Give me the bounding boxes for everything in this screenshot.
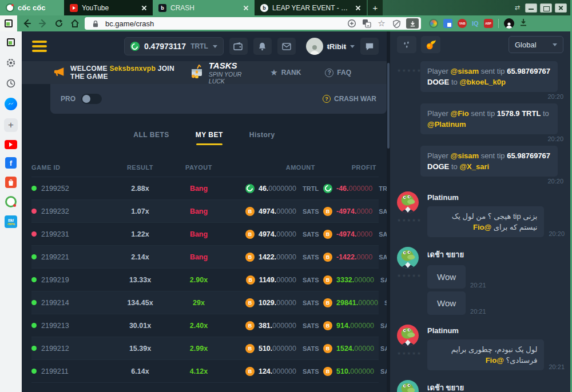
user-account-menu[interactable]: ŧRibiŧ <box>306 38 355 55</box>
chat-mention[interactable]: @bkoeL_k0p <box>459 78 506 86</box>
tab-leap-year-event[interactable]: b LEAP YEAR EVENT - ☐Event - <box>255 0 367 15</box>
chat-bubble: Wow <box>427 291 466 315</box>
chat-username[interactable]: Platinum <box>427 325 565 335</box>
tab-youtube[interactable]: YouTube <box>64 0 153 15</box>
page-scrollbar[interactable] <box>387 31 390 392</box>
chat-channel-select[interactable]: Global <box>509 36 563 53</box>
amount-faded: 000000 <box>272 345 296 353</box>
amount-faded: 00000 <box>276 230 296 238</box>
pro-mode-toggle[interactable] <box>81 94 102 104</box>
adblock-shield-icon[interactable] <box>391 18 402 29</box>
coccoc-shortcut-icon[interactable] <box>5 196 17 207</box>
close-tab-icon[interactable] <box>140 4 148 12</box>
chat-mention[interactable]: @Fio <box>450 109 468 118</box>
back-button[interactable] <box>21 17 33 30</box>
amount-currency: SATS <box>303 231 323 238</box>
messenger-icon[interactable] <box>5 98 17 110</box>
coin-icon <box>323 321 332 330</box>
tab-all-bets[interactable]: ALL BETS <box>133 131 169 145</box>
chat-mention[interactable]: @sisam <box>450 151 479 160</box>
extension-yab-icon[interactable]: YAB <box>458 19 467 28</box>
close-tab-icon[interactable] <box>242 4 250 12</box>
close-tab-icon[interactable] <box>354 4 362 12</box>
avatar[interactable] <box>397 380 419 392</box>
facebook-shortcut-icon[interactable]: f <box>5 157 17 169</box>
game-panel-footer: PRO ? CRASH WAR <box>50 84 387 114</box>
downloads-tray-icon[interactable] <box>519 18 527 29</box>
lock-icon[interactable] <box>90 18 101 29</box>
bcgame-favicon: b <box>158 4 166 12</box>
chat-mention[interactable]: @Platinum <box>427 120 466 129</box>
maximize-button[interactable] <box>540 3 552 13</box>
coin-rain-button[interactable] <box>397 36 416 53</box>
window-pin-icon[interactable]: ⇄ <box>515 4 520 11</box>
menu-hamburger-button[interactable] <box>32 41 47 52</box>
crash-war-link[interactable]: ? CRASH WAR <box>323 95 376 103</box>
new-tab-button[interactable]: + <box>368 0 383 15</box>
faq-link[interactable]: ? FAQ <box>325 69 351 77</box>
close-window-button[interactable] <box>555 3 567 13</box>
messages-mail-button[interactable] <box>277 38 296 55</box>
bookmark-star-icon[interactable]: ☆ <box>376 18 387 29</box>
scrollbar-thumb[interactable] <box>387 63 390 149</box>
col-game-id: GAME ID <box>31 164 114 171</box>
reload-button[interactable] <box>53 17 65 30</box>
browser-logo[interactable]: cốc cốc <box>0 0 64 15</box>
zoom-page-icon[interactable] <box>347 18 357 29</box>
amount-cell: 1422.00000 SATS <box>232 253 323 262</box>
minimize-button[interactable] <box>525 3 537 13</box>
tab-crash-active[interactable]: b CRASH <box>153 0 255 15</box>
chat-mention[interactable]: @Fio <box>486 356 504 365</box>
settings-gear-icon[interactable] <box>5 57 17 69</box>
table-row: 2199211 6.14x 4.12x 124.000000 SATS 510.… <box>31 360 379 383</box>
avatar[interactable] <box>397 325 419 346</box>
chat-mention[interactable]: @Fio <box>473 223 491 231</box>
rank-link[interactable]: ★ RANK <box>270 67 301 78</box>
avatar[interactable] <box>397 247 419 269</box>
welcome-username[interactable]: Seksbsnxvpb <box>109 65 156 73</box>
tiki-shortcut-icon[interactable]: tiki -50% <box>5 215 17 228</box>
chat-toggle-button[interactable] <box>360 38 379 55</box>
fireball-button[interactable] <box>421 36 440 53</box>
notifications-bell-button[interactable] <box>253 38 272 55</box>
wallet-button[interactable] <box>229 38 248 55</box>
balance-selector[interactable]: 0.47973117 TRTL <box>124 37 224 55</box>
bets-tabs: ALL BETS MY BET History <box>22 131 387 145</box>
workspace-icon[interactable] <box>5 36 17 49</box>
tab-history[interactable]: History <box>249 131 275 145</box>
address-bar[interactable]: bc.game/crash ☆ <box>85 17 421 30</box>
tip-bubble: Player @Fio sent tip 1578.9 TRTL to @Pla… <box>420 103 558 134</box>
extension-iq-icon[interactable]: IQ <box>472 20 479 27</box>
tasks-link[interactable]: TASKS SPIN YOUR LUCK <box>189 61 245 84</box>
coin-icon <box>245 207 255 216</box>
profit-cell: -4974.0000 SATS <box>323 207 387 216</box>
chat-username[interactable]: เดช้า ขยาย <box>427 380 565 392</box>
download-page-button[interactable] <box>406 18 419 29</box>
result-value: 6.14x <box>114 367 166 375</box>
amount-faded: 00000 <box>276 299 296 307</box>
extension-translate-icon[interactable] <box>443 19 452 28</box>
add-shortcut-button[interactable]: + <box>4 118 18 132</box>
extension-wheel-icon[interactable] <box>429 19 438 28</box>
extension-abp-icon[interactable]: ABP <box>484 19 493 28</box>
browser-profile-avatar[interactable] <box>504 18 514 29</box>
coin-icon <box>323 298 332 307</box>
status-dot-icon <box>31 254 37 259</box>
translate-page-icon[interactable] <box>362 18 372 29</box>
history-clock-icon[interactable] <box>5 77 17 90</box>
home-button[interactable] <box>69 17 81 30</box>
url-text[interactable]: bc.game/crash <box>105 19 342 28</box>
shopee-shortcut-icon[interactable] <box>5 177 17 188</box>
chat-mention[interactable]: @sisam <box>450 67 479 75</box>
tab-my-bet[interactable]: MY BET <box>196 131 223 145</box>
avatar[interactable] <box>397 191 419 213</box>
user-stars: ★★★★★ <box>397 61 420 100</box>
chat-username[interactable]: เดช้า ขยาย <box>427 247 565 261</box>
masked-browsing-button[interactable] <box>0 15 17 31</box>
chat-mention[interactable]: @X_sari <box>459 162 489 171</box>
bcgame-favicon: b <box>260 4 268 12</box>
chat-username[interactable]: Platinum <box>427 191 565 202</box>
profit-main: -1422. <box>336 253 356 261</box>
youtube-shortcut-icon[interactable] <box>5 140 17 149</box>
forward-button[interactable] <box>37 17 49 30</box>
